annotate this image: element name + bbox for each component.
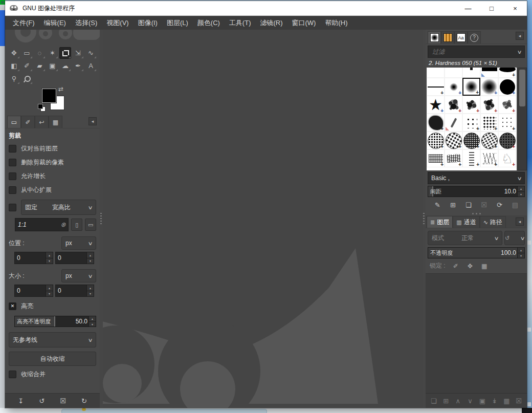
size-width-spinner[interactable]: ▴▾ (14, 285, 53, 297)
bucket-fill-tool[interactable]: ◧ (8, 60, 20, 72)
menu-item-5[interactable]: 图层(L) (162, 16, 193, 30)
menu-item-10[interactable]: 帮助(H) (320, 16, 352, 30)
edit-brush-button[interactable]: ✎ (432, 199, 443, 210)
spin-down-icon[interactable]: ▾ (46, 291, 53, 297)
brush-cell-2-4[interactable]: + (498, 96, 516, 114)
spin-down-icon[interactable]: ▾ (518, 191, 524, 197)
duplicate-brush-button[interactable]: ❏ (463, 199, 474, 210)
warp-transform-tool[interactable]: ∿ (85, 47, 97, 59)
spin-up-icon[interactable]: ▴ (89, 316, 96, 321)
color-picker-tool[interactable]: ⚲ (8, 73, 20, 84)
spin-up-icon[interactable]: ▴ (46, 285, 53, 291)
maximize-button[interactable]: □ (480, 1, 503, 15)
new-brush-button[interactable]: ⊞ (447, 199, 458, 210)
brush-cell-1-3[interactable]: + (480, 78, 498, 96)
menu-item-3[interactable]: 视图(V) (102, 16, 133, 30)
layer-mode-dropdown[interactable]: 模式 正常 ∨ (428, 231, 502, 245)
restore-tool-preset-button[interactable]: ↺ (36, 395, 48, 406)
shrink-merged-checkbox[interactable] (9, 371, 16, 378)
menu-item-9[interactable]: 窗口(W) (287, 16, 321, 30)
layers-list[interactable] (426, 273, 527, 393)
brush-cell-0-0[interactable] (427, 68, 445, 78)
spin-down-icon[interactable]: ▾ (87, 258, 94, 264)
default-colors-icon[interactable] (38, 104, 45, 111)
brush-cell-3-2[interactable]: + (462, 114, 480, 132)
airbrush-tool[interactable]: ✒ (72, 60, 84, 72)
tab-images[interactable]: ▦ (49, 116, 62, 128)
brush-cell-0-1[interactable] (445, 68, 462, 78)
move-tool[interactable]: ✥ (8, 47, 20, 59)
brush-cell-5-0[interactable]: + (427, 149, 445, 167)
position-x-spinner[interactable]: ▴▾ (14, 252, 53, 264)
portrait-orientation-button[interactable]: ▯ (71, 219, 82, 231)
brush-filter-input[interactable] (431, 48, 518, 56)
free-select-tool[interactable]: ◌ (34, 47, 46, 59)
clear-icon[interactable]: ⊗ (60, 221, 65, 228)
brush-cell-1-0[interactable]: + (427, 78, 445, 96)
current-layer-only-checkbox[interactable] (9, 145, 16, 153)
spin-down-icon[interactable]: ▾ (518, 253, 524, 258)
brush-cell-4-3[interactable]: + (480, 132, 498, 149)
brush-cell-4-2[interactable]: + (462, 132, 480, 149)
menu-item-8[interactable]: 滤镜(R) (255, 16, 287, 30)
smudge-tool[interactable]: ☁ (59, 60, 71, 72)
layer-opacity-slider[interactable]: 不透明度 100.0 ▴▾ (428, 247, 525, 258)
tab-tool-options[interactable]: ▭ (7, 116, 21, 128)
tab-menu-button[interactable]: ◂ (88, 117, 97, 125)
text-tool[interactable]: A (85, 60, 97, 72)
brush-cell-1-4[interactable]: + (498, 78, 516, 96)
menu-item-1[interactable]: 编辑(E) (39, 16, 71, 30)
brush-cell-2-3[interactable]: + (480, 96, 498, 114)
brush-cell-4-0[interactable]: + (427, 132, 445, 149)
brush-cell-1-2[interactable]: + (462, 78, 480, 96)
tab-undo-history[interactable]: ↩ (35, 116, 49, 128)
brush-cell-4-1[interactable]: + (445, 132, 462, 149)
rectangle-select-tool[interactable]: ▭ (21, 47, 33, 59)
toolbox-wilber-header[interactable] (5, 30, 100, 45)
brush-cell-2-1[interactable]: + (445, 96, 462, 114)
tab-brushes[interactable] (428, 31, 441, 44)
tab-help[interactable]: ? (468, 31, 481, 44)
menu-item-4[interactable]: 图像(I) (134, 16, 162, 30)
tab-channels[interactable]: ▥通道 (453, 216, 479, 228)
fixed-checkbox[interactable] (9, 204, 16, 211)
highlight-opacity-slider[interactable]: 高亮不透明度 50.0 ▴▾ (14, 316, 96, 327)
fixed-mode-dropdown[interactable]: 固定 宽高比 ∨ (21, 200, 96, 215)
brush-cell-3-1[interactable] (445, 114, 462, 132)
tab-device-status[interactable]: ✐ (21, 116, 35, 128)
brush-spacing-slider[interactable]: 间距 10.0 ▴▾ (428, 186, 525, 197)
menu-item-6[interactable]: 颜色(C) (193, 16, 225, 30)
lock-pixels-toggle[interactable]: ✐ (452, 262, 460, 270)
size-height-spinner[interactable]: ▴▾ (55, 285, 94, 297)
spin-down-icon[interactable]: ▾ (46, 258, 53, 264)
scrollbar-thumb[interactable] (519, 70, 525, 106)
eraser-tool[interactable]: ▰ (34, 60, 46, 72)
brush-cell-3-3[interactable]: + (480, 114, 498, 132)
position-unit-dropdown[interactable]: px ∨ (61, 236, 96, 250)
menu-item-7[interactable]: 工具(T) (225, 16, 256, 30)
lock-alpha-toggle[interactable]: ▦ (480, 262, 489, 270)
clone-tool[interactable]: ▣ (47, 60, 58, 72)
foreground-color-swatch[interactable] (42, 89, 56, 103)
save-tool-preset-button[interactable]: ↧ (15, 395, 27, 406)
brush-cell-2-2[interactable]: + (462, 96, 480, 114)
tab-menu-button[interactable]: ◂ (516, 218, 524, 226)
lock-position-toggle[interactable]: ✥ (466, 262, 474, 270)
delete-cropped-pixels-checkbox[interactable] (9, 159, 16, 166)
guides-dropdown[interactable]: 无参考线 ∨ (9, 332, 96, 347)
brush-cell-3-4[interactable]: + (498, 114, 516, 132)
tab-menu-button[interactable]: ◂ (516, 32, 524, 40)
brush-cell-5-2[interactable]: + (462, 149, 480, 167)
menu-item-0[interactable]: 文件(F) (8, 16, 39, 30)
position-y-spinner[interactable]: ▴▾ (55, 252, 94, 264)
brush-cell-0-4[interactable]: + (498, 68, 516, 78)
paintbrush-tool[interactable]: ✐ (21, 60, 33, 72)
crop-tool[interactable] (59, 47, 71, 59)
spin-down-icon[interactable]: ▾ (87, 291, 94, 297)
dock-splitter[interactable] (426, 211, 527, 215)
mode-switch-button[interactable]: ↺ ∨ (504, 231, 525, 245)
zoom-tool[interactable] (21, 73, 33, 84)
close-button[interactable]: × (503, 1, 527, 15)
spin-down-icon[interactable]: ▾ (89, 321, 96, 327)
brush-tag-dropdown[interactable]: Basic , ∨ (428, 172, 525, 184)
